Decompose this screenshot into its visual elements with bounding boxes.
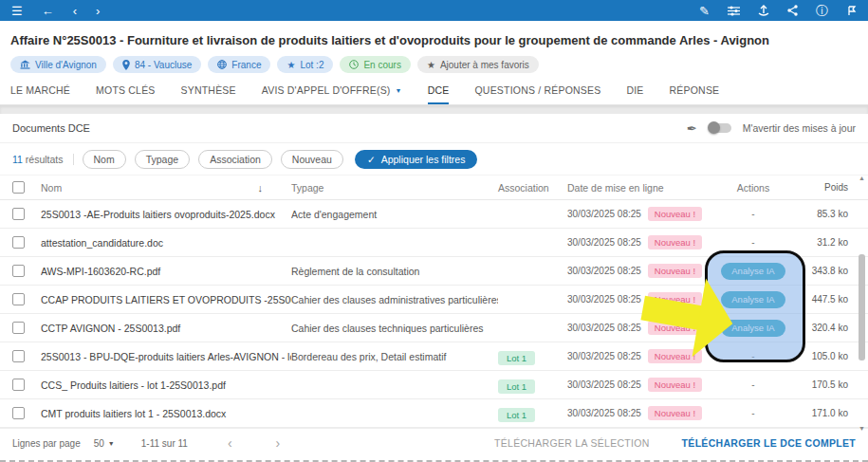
col-association[interactable]: Association — [498, 182, 567, 194]
tab-r-ponse[interactable]: RÉPONSE — [670, 84, 720, 104]
rows-per-page-select[interactable]: 50 ▼ — [94, 438, 115, 449]
directions-icon[interactable] — [846, 5, 857, 16]
new-badge: Nouveau ! — [648, 406, 702, 420]
association-cell: Lot 1 — [498, 348, 567, 365]
actions-cell: Analyse IA — [704, 291, 803, 308]
actions-cell: - — [704, 237, 803, 248]
chevron-left-icon[interactable]: ‹ — [73, 5, 77, 17]
date-cell: 30/03/2025 08:25Nouveau ! — [567, 292, 704, 306]
vertical-scrollbar[interactable]: ▲ ▼ — [858, 175, 866, 433]
quill-icon[interactable]: ✒ — [687, 121, 697, 136]
tab-label: MOTS CLÉS — [96, 84, 155, 96]
row-checkbox[interactable] — [12, 350, 25, 362]
row-checkbox[interactable] — [12, 407, 25, 419]
pen-icon[interactable]: ✎ — [699, 5, 710, 17]
document-size: 85.3 ko — [803, 209, 848, 219]
apply-filters-button[interactable]: ✓ Appliquer les filtres — [355, 150, 478, 169]
tune-icon[interactable] — [728, 6, 740, 16]
panel-title: Documents DCE — [12, 122, 90, 134]
new-badge: Nouveau ! — [648, 264, 702, 278]
tag-chip-bank[interactable]: Ville d'Avignon — [10, 56, 106, 73]
col-typage[interactable]: Typage — [291, 182, 498, 194]
tab-dce[interactable]: DCE — [428, 84, 450, 104]
filter-chip-nom[interactable]: Nom — [83, 150, 126, 169]
tab-mots-cl-s[interactable]: MOTS CLÉS — [96, 84, 155, 104]
tab-avis-d-appel-d-offre-s-[interactable]: AVIS D'APPEL D'OFFRE(S)▼ — [262, 84, 402, 104]
upload-date: 30/03/2025 08:25 — [567, 266, 641, 276]
info-icon[interactable]: ⓘ — [816, 5, 828, 17]
tab-label: AVIS D'APPEL D'OFFRE(S) — [262, 84, 391, 96]
date-cell: 30/03/2025 08:25Nouveau ! — [567, 264, 704, 278]
filter-bar: 11 résultats NomTypageAssociationNouveau… — [0, 143, 868, 175]
filter-chip-typage[interactable]: Typage — [135, 150, 190, 169]
sort-desc-icon[interactable]: ↓ — [258, 182, 264, 194]
analyse-ia-button[interactable]: Analyse IA — [721, 320, 785, 337]
row-checkbox[interactable] — [12, 208, 25, 220]
table-row: CMT produits laitiers lot 1 - 25S0013.do… — [0, 399, 868, 428]
next-page-button[interactable]: › — [276, 436, 281, 450]
document-name: CCS_ Produits laitiers - lot 1-25S0013.p… — [41, 379, 291, 391]
tab-die[interactable]: DIE — [626, 84, 643, 104]
upload-date: 30/03/2025 08:25 — [567, 209, 641, 219]
chevron-down-icon: ▼ — [396, 87, 402, 94]
lot-badge: Lot 1 — [498, 351, 535, 365]
upload-icon[interactable] — [758, 5, 769, 16]
association-cell: Lot 1 — [498, 377, 567, 394]
scroll-down-icon[interactable]: ▼ — [858, 425, 866, 433]
chevron-right-icon[interactable]: › — [96, 5, 100, 17]
tab-questions-r-ponses[interactable]: QUESTIONS / RÉPONSES — [474, 84, 600, 104]
document-size: 170.5 ko — [803, 379, 848, 390]
row-checkbox[interactable] — [12, 379, 25, 391]
new-badge: Nouveau ! — [648, 349, 702, 363]
tab-label: DIE — [626, 84, 643, 96]
back-icon[interactable]: ← — [42, 5, 54, 17]
tag-chip-label: Ville d'Avignon — [35, 60, 97, 70]
tag-chip-label: Ajouter à mes favoris — [440, 60, 529, 70]
no-action-dash: - — [751, 351, 754, 361]
tag-chip-pin[interactable]: 84 - Vaucluse — [113, 56, 201, 73]
share-icon[interactable] — [787, 5, 798, 16]
upload-date: 30/03/2025 08:25 — [567, 237, 641, 248]
tab-label: DCE — [428, 84, 450, 96]
prev-page-button[interactable]: ‹ — [228, 436, 232, 450]
filter-chip-association[interactable]: Association — [198, 150, 272, 169]
tag-chip-star[interactable]: ★Lot :2 — [277, 56, 333, 73]
col-actions: Actions — [704, 182, 803, 194]
tag-chip-star[interactable]: ★Ajouter à mes favoris — [417, 56, 539, 73]
document-name: CCAP PRODUITS LAITIERS ET OVOPRODUITS -2… — [41, 294, 291, 305]
date-cell: 30/03/2025 08:25Nouveau ! — [567, 406, 704, 420]
download-dce-link[interactable]: TÉLÉCHARGER LE DCE COMPLET — [682, 437, 856, 449]
download-selection-link[interactable]: TÉLÉCHARGER LA SÉLECTION — [494, 437, 650, 449]
tab-synth-se[interactable]: SYNTHÈSE — [181, 84, 236, 104]
row-checkbox[interactable] — [12, 265, 25, 277]
analyse-ia-button[interactable]: Analyse IA — [721, 291, 785, 308]
table-row: CCTP AVIGNON - 25S0013.pdfCahier des cla… — [0, 314, 868, 342]
row-checkbox[interactable] — [12, 293, 25, 305]
tag-chip-globe[interactable]: France — [208, 56, 270, 73]
filter-chip-nouveau[interactable]: Nouveau — [281, 150, 343, 169]
col-poids[interactable]: Poids — [803, 182, 848, 193]
menu-icon[interactable]: ☰ — [11, 5, 23, 17]
col-nom[interactable]: Nom — [41, 182, 62, 194]
scrollbar-thumb[interactable] — [859, 254, 865, 360]
analyse-ia-button[interactable]: Analyse IA — [721, 263, 785, 280]
documents-table: Nom ↓ Typage Association Date de mise en… — [0, 175, 868, 428]
tab-le-march-[interactable]: LE MARCHÉ — [10, 84, 70, 104]
table-row: 25S0013 -AE-Produits laitiers ovoproduit… — [0, 200, 868, 229]
chevron-down-icon: ▼ — [108, 440, 115, 447]
row-checkbox[interactable] — [12, 236, 25, 249]
page-title: Affaire N°25S0013 - Fourniture et livrai… — [0, 21, 868, 47]
tab-label: SYNTHÈSE — [181, 84, 236, 96]
tag-chip-label: 84 - Vaucluse — [135, 60, 192, 70]
scroll-up-icon[interactable]: ▲ — [858, 175, 866, 182]
row-checkbox[interactable] — [12, 322, 25, 334]
select-all-checkbox[interactable] — [12, 181, 25, 194]
bank-icon — [20, 60, 30, 69]
upload-date: 30/03/2025 08:25 — [567, 294, 641, 305]
col-date[interactable]: Date de mise en ligne — [567, 182, 704, 194]
new-badge: Nouveau ! — [648, 207, 702, 221]
date-cell: 30/03/2025 08:25Nouveau ! — [567, 321, 704, 335]
notify-toggle[interactable] — [709, 123, 731, 133]
document-size: 343.8 ko — [803, 266, 848, 276]
tag-chip-clock[interactable]: En cours — [340, 56, 410, 73]
